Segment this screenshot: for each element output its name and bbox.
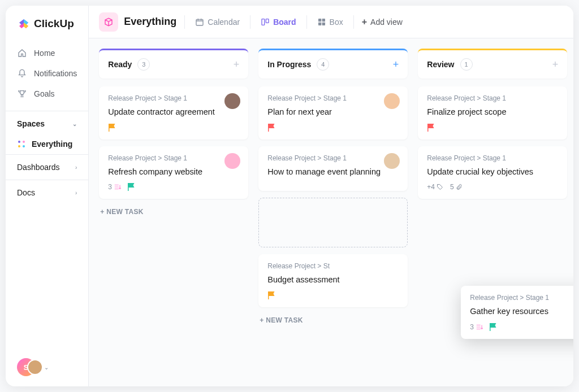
card-title: Update contractor agreement <box>108 107 239 118</box>
user-menu[interactable]: S ⌄ <box>17 358 49 376</box>
card-title: Gather key resources <box>470 306 573 317</box>
workspace-selector[interactable]: Everything <box>99 12 176 32</box>
view-tab-calendar[interactable]: Calendar <box>193 14 242 30</box>
cube-icon <box>99 12 118 32</box>
workspace-name: Everything <box>124 16 176 28</box>
divider <box>184 15 185 29</box>
box-icon <box>317 18 326 27</box>
drop-placeholder <box>258 198 408 247</box>
nav-goals[interactable]: Goals <box>6 84 88 104</box>
task-card[interactable]: Release Project > Stage 1 How to manage … <box>258 146 408 191</box>
svg-point-1 <box>23 141 25 143</box>
column-header[interactable]: Review 1 + <box>418 49 567 79</box>
card-title: How to manage event planning <box>267 167 399 178</box>
task-card[interactable]: Release Project > Stage 1 Finalize proje… <box>418 86 567 140</box>
add-card-button[interactable]: + <box>393 59 399 71</box>
attachments-count: 5 <box>450 183 463 191</box>
svg-rect-8 <box>322 19 325 21</box>
flag-icon <box>267 124 276 132</box>
add-card-button[interactable]: + <box>552 59 559 71</box>
space-label: Everything <box>32 140 72 149</box>
topbar: Everything Calendar Board Box + Add view <box>89 6 573 38</box>
card-breadcrumb: Release Project > Stage 1 <box>108 94 239 102</box>
column-title: Ready <box>108 60 132 69</box>
nav-home[interactable]: Home <box>6 43 88 63</box>
column-count: 3 <box>137 58 150 71</box>
logo[interactable]: ClickUp <box>6 6 88 41</box>
nav-label: Goals <box>34 89 55 98</box>
svg-rect-7 <box>318 19 321 21</box>
task-card[interactable]: Release Project > Stage 1 Plan for next … <box>258 86 408 140</box>
task-card[interactable]: Release Project > Stage 1 Update contrac… <box>99 86 248 140</box>
divider <box>250 15 250 29</box>
svg-rect-5 <box>262 19 265 25</box>
bell-icon <box>17 68 27 79</box>
svg-rect-10 <box>322 22 325 25</box>
flag-icon <box>267 291 276 299</box>
svg-rect-6 <box>266 19 269 23</box>
column-in-progress: In Progress 4 + Release Project > Stage … <box>258 49 408 376</box>
section-dashboards[interactable]: Dashboards › <box>6 154 88 180</box>
task-card[interactable]: Release Project > St Budget assessment <box>258 254 408 307</box>
chevron-down-icon: ⌄ <box>44 364 49 371</box>
svg-rect-9 <box>318 22 321 25</box>
view-label: Board <box>273 18 296 27</box>
flag-icon <box>489 323 498 331</box>
dragging-card[interactable]: Release Project > Stage 1 Gather key res… <box>461 286 573 339</box>
spaces-header[interactable]: Spaces ⌄ <box>6 111 88 134</box>
subtask-icon <box>476 323 483 331</box>
column-count: 1 <box>460 58 473 71</box>
task-card[interactable]: Release Project > Stage 1 Refresh compan… <box>99 146 248 199</box>
board-icon <box>261 18 270 27</box>
svg-point-3 <box>23 145 25 147</box>
subtask-count: 3 <box>108 183 122 191</box>
column-header[interactable]: Ready 3 + <box>99 49 248 79</box>
card-breadcrumb: Release Project > Stage 1 <box>267 154 399 162</box>
trophy-icon <box>17 89 27 99</box>
chevron-down-icon: ⌄ <box>72 121 77 127</box>
subtask-count: 3 <box>470 323 483 331</box>
card-breadcrumb: Release Project > Stage 1 <box>427 154 558 162</box>
tags-count: +4 <box>427 183 443 191</box>
add-view-button[interactable]: + Add view <box>362 17 403 27</box>
column-header[interactable]: In Progress 4 + <box>258 49 408 79</box>
logo-icon <box>17 17 31 31</box>
assignee-avatar[interactable] <box>384 153 400 169</box>
column-title: In Progress <box>267 60 311 69</box>
section-label: Docs <box>17 188 35 197</box>
card-title: Finalize project scope <box>427 107 558 118</box>
spaces-label: Spaces <box>17 119 45 128</box>
section-label: Dashboards <box>17 163 60 172</box>
svg-point-2 <box>18 145 20 147</box>
nav-label: Home <box>34 49 55 58</box>
card-breadcrumb: Release Project > Stage 1 <box>267 94 399 102</box>
add-card-button[interactable]: + <box>234 59 240 71</box>
view-tab-box[interactable]: Box <box>315 14 345 30</box>
paperclip-icon <box>456 184 463 190</box>
new-task-button[interactable]: + NEW TASK <box>258 314 408 326</box>
card-title: Refresh company website <box>108 167 239 178</box>
card-title: Plan for next year <box>267 107 399 118</box>
new-task-button[interactable]: + NEW TASK <box>99 206 248 218</box>
user-avatar-photo <box>27 359 43 375</box>
kanban-board: Ready 3 + Release Project > Stage 1 Upda… <box>89 38 573 386</box>
section-docs[interactable]: Docs › <box>6 180 88 205</box>
task-card[interactable]: Release Project > Stage 1 Update crucial… <box>418 146 567 199</box>
view-label: Calendar <box>208 18 240 27</box>
sidebar: ClickUp Home Notifications Goals Spaces … <box>6 6 89 386</box>
svg-rect-4 <box>196 19 203 25</box>
home-icon <box>17 48 27 58</box>
view-tab-board[interactable]: Board <box>258 14 298 30</box>
flag-icon <box>127 183 136 191</box>
svg-point-0 <box>18 141 20 143</box>
assignee-avatar[interactable] <box>224 153 240 169</box>
column-ready: Ready 3 + Release Project > Stage 1 Upda… <box>99 49 248 376</box>
chevron-right-icon: › <box>75 164 77 171</box>
chevron-right-icon: › <box>75 190 77 196</box>
nav-notifications[interactable]: Notifications <box>6 63 88 84</box>
column-count: 4 <box>317 58 329 71</box>
tag-icon <box>437 184 443 190</box>
divider <box>306 15 307 29</box>
calendar-icon <box>195 18 204 27</box>
space-everything[interactable]: Everything <box>6 134 88 154</box>
